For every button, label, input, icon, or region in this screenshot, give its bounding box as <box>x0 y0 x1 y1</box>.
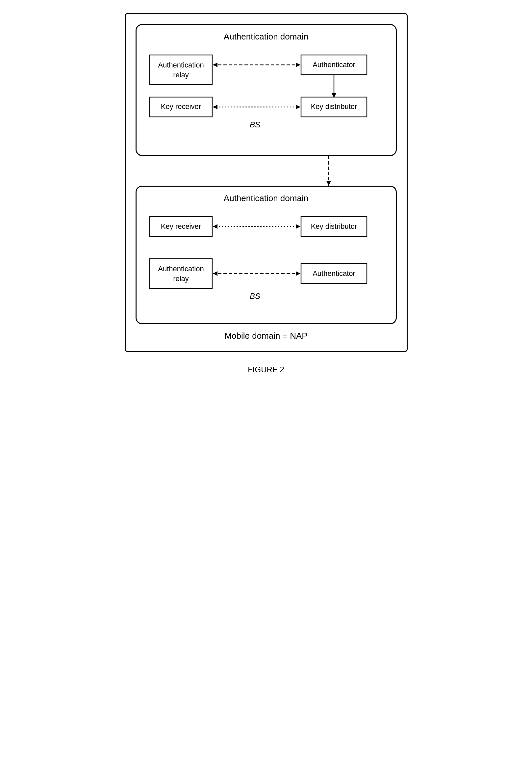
svg-rect-27 <box>150 259 212 288</box>
svg-marker-15 <box>213 105 217 109</box>
svg-marker-26 <box>296 224 300 229</box>
figure-caption: FIGURE 2 <box>248 365 284 374</box>
svg-text:BS: BS <box>249 291 260 300</box>
svg-text:Key receiver: Key receiver <box>161 222 201 230</box>
svg-marker-19 <box>327 181 331 186</box>
svg-text:Authentication: Authentication <box>158 61 203 69</box>
outer-box: Authentication domain Authentication rel… <box>125 13 408 352</box>
top-diagram-svg: Authentication relay Authenticator Key r… <box>143 48 400 147</box>
svg-text:Key distributor: Key distributor <box>311 222 357 230</box>
svg-marker-34 <box>296 271 300 276</box>
top-auth-domain-title: Authentication domain <box>143 32 389 42</box>
svg-text:Authenticator: Authenticator <box>313 61 355 69</box>
bottom-auth-domain-title: Authentication domain <box>143 193 389 203</box>
svg-text:BS: BS <box>249 120 260 129</box>
svg-text:Authenticator: Authenticator <box>313 269 355 278</box>
svg-rect-0 <box>150 55 212 85</box>
svg-marker-33 <box>213 271 217 276</box>
mobile-domain-label: Mobile domain = NAP <box>136 331 397 341</box>
svg-text:Authentication: Authentication <box>158 265 203 273</box>
svg-text:Key receiver: Key receiver <box>161 102 201 110</box>
svg-marker-25 <box>213 224 217 229</box>
svg-text:relay: relay <box>173 275 189 283</box>
page-container: Authentication domain Authentication rel… <box>118 13 414 374</box>
svg-text:Key distributor: Key distributor <box>311 102 357 110</box>
svg-marker-6 <box>213 63 217 67</box>
svg-text:relay: relay <box>173 71 189 79</box>
vertical-connector-svg <box>138 156 394 186</box>
bottom-diagram-svg: Key receiver Key distributor Authenticat… <box>143 210 400 315</box>
top-auth-domain: Authentication domain Authentication rel… <box>136 24 397 156</box>
svg-marker-7 <box>296 63 300 67</box>
bottom-auth-domain: Authentication domain Key receiver Key d… <box>136 186 397 324</box>
svg-marker-16 <box>296 105 300 109</box>
